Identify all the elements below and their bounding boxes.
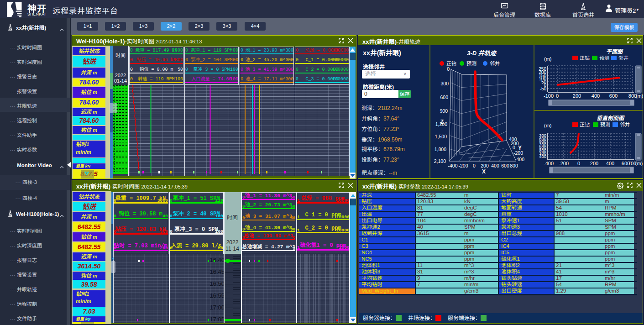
svg-text:正钻: 正钻 [580,122,590,127]
svg-text:邻井: 邻井 [618,55,628,61]
svg-text:(m): (m) [544,56,552,62]
svg-text:-100: -100 [544,93,554,99]
svg-text:400: 400 [592,93,600,99]
svg-text:600: 600 [609,93,618,99]
svg-text:900: 900 [440,108,448,114]
svg-text:300: 300 [440,81,449,86]
svg-text:800: 800 [510,163,518,168]
svg-text:1,800: 1,800 [435,147,446,152]
svg-text:0: 0 [447,66,450,72]
svg-text:0: 0 [473,163,476,168]
svg-text:(m): (m) [636,93,643,99]
svg-text:预测: 预测 [600,122,610,127]
svg-text:X: X [482,168,486,175]
svg-text:正钻: 正钻 [446,61,456,66]
svg-text:平面图: 平面图 [606,48,623,55]
svg-text:预测: 预测 [599,55,609,61]
svg-text:400: 400 [539,154,546,159]
svg-text:600: 600 [501,163,509,168]
svg-text:正钻: 正钻 [580,55,590,61]
svg-text:垂直剖面图: 垂直剖面图 [597,115,625,121]
svg-text:邻井: 邻井 [620,122,630,127]
svg-text:3-D 井轨迹: 3-D 井轨迹 [467,50,497,57]
svg-text:400: 400 [606,161,614,166]
svg-text:0: 0 [513,145,515,150]
svg-text:-200: -200 [513,150,523,156]
svg-text:0: 0 [556,93,559,99]
svg-text:-400: -400 [544,161,554,166]
svg-text:200: 200 [481,163,489,168]
svg-text:2,100: 2,100 [434,158,446,164]
svg-text:-400: -400 [515,157,524,162]
svg-text:1,500: 1,500 [435,134,447,139]
svg-text:200: 200 [573,93,581,99]
svg-text:600: 600 [440,94,448,100]
svg-text:-200: -200 [559,161,569,166]
svg-text:邻井: 邻井 [490,61,500,66]
svg-text:(m): (m) [544,123,552,128]
svg-text:-400: -400 [448,163,457,168]
svg-text:预测: 预测 [466,61,476,66]
svg-text:0: 0 [577,161,580,166]
svg-text:400: 400 [491,163,499,168]
svg-text:200: 200 [590,161,598,166]
svg-text:Z: Z [440,119,444,125]
svg-text:-50: -50 [540,86,547,91]
svg-text:(m): (m) [635,161,643,166]
svg-text:-200: -200 [458,163,468,168]
